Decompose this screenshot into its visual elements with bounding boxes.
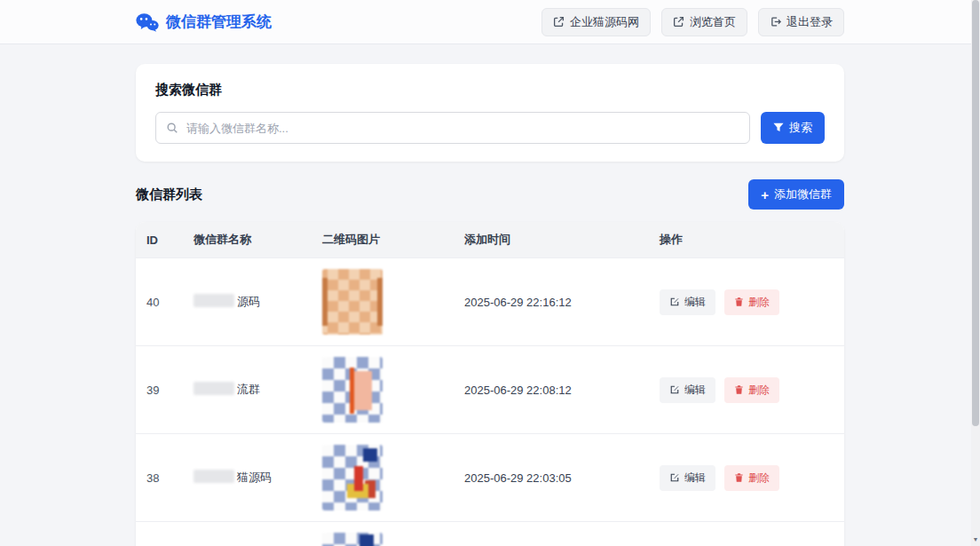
trash-icon [734,472,744,483]
added-time: 2025-06-29 22:03:05 [454,434,649,522]
delete-button[interactable]: 删除 [724,289,779,315]
group-table-card: ID 微信群名称 二维码图片 添加时间 操作 40 源码 2025-06-29 … [136,222,844,546]
search-input-wrap [155,112,750,144]
edit-button[interactable]: 编辑 [660,289,715,315]
group-name-cell: 源码 [183,258,312,346]
row-id: 37 [136,522,183,546]
column-header-name: 微信群名称 [183,222,312,258]
edit-button[interactable]: 编辑 [660,465,715,491]
logout-button[interactable]: 退出登录 [758,8,844,36]
group-name-cell: 猫源码 [183,434,312,522]
nav-link-home[interactable]: 浏览首页 [661,8,747,36]
column-header-actions: 操作 [649,222,844,258]
main-content: 搜索微信群 搜索 微信群列表 + [136,44,844,546]
redaction-blur [194,470,234,483]
list-title: 微信群列表 [136,186,202,203]
row-id: 39 [136,346,183,434]
table-row: 40 源码 2025-06-29 22:16:12 [136,258,844,346]
qr-code-image [322,269,383,335]
scrollbar-thumb[interactable] [972,0,979,426]
delete-label: 删除 [748,295,770,310]
logout-label: 退出登录 [786,14,833,30]
app-header: 微信群管理系统 企业猫源码网 浏览首页 [0,0,980,44]
trash-icon [734,384,744,395]
search-button[interactable]: 搜索 [761,112,825,144]
header-nav: 企业猫源码网 浏览首页 退出登录 [541,8,844,36]
column-header-qr: 二维码图片 [312,222,454,258]
table-header-row: ID 微信群名称 二维码图片 添加时间 操作 [136,222,844,258]
column-header-time: 添加时间 [454,222,649,258]
add-group-button[interactable]: + 添加微信群 [748,179,844,210]
table-row: 37 交流群 2025-06-29 22:02:40 [136,522,844,546]
app-title: 微信群管理系统 [166,12,272,32]
pencil-icon [669,472,680,483]
search-input[interactable] [155,112,750,144]
group-name: 源码 [237,295,260,308]
row-id: 38 [136,434,183,522]
add-group-label: 添加微信群 [774,186,832,202]
added-time: 2025-06-29 22:02:40 [454,522,649,546]
group-name-cell: 流群 [183,346,312,434]
pencil-icon [669,297,680,307]
scrollbar-track[interactable]: ▼ [971,0,980,546]
edit-label: 编辑 [684,471,706,486]
search-button-label: 搜索 [789,120,812,136]
delete-button[interactable]: 删除 [724,377,779,403]
edit-button[interactable]: 编辑 [660,377,715,403]
search-card: 搜索微信群 搜索 [136,64,844,162]
delete-label: 删除 [748,383,770,398]
search-section-title: 搜索微信群 [155,82,825,99]
filter-icon [773,122,784,135]
trash-icon [734,297,744,307]
qr-code-image [322,357,383,423]
table-row: 39 流群 2025-06-29 22:08:12 [136,346,844,434]
external-link-icon [673,16,684,28]
qr-code-image [322,533,383,546]
logout-icon [770,16,781,28]
table-row: 38 猫源码 2025-06-29 22:03:05 [136,434,844,522]
qr-code-image [322,445,383,510]
group-name: 流群 [237,383,260,396]
scrollbar-down-arrow[interactable]: ▼ [971,535,980,544]
external-link-icon [553,16,565,28]
pencil-icon [669,384,680,395]
column-header-id: ID [136,222,183,258]
delete-label: 删除 [748,471,770,486]
edit-label: 编辑 [684,383,706,398]
nav-link-label: 企业猫源码网 [570,14,639,30]
redaction-blur [194,382,234,395]
group-name: 猫源码 [237,471,272,484]
plus-icon: + [761,188,769,202]
row-id: 40 [136,258,183,346]
added-time: 2025-06-29 22:16:12 [454,258,649,346]
group-table: ID 微信群名称 二维码图片 添加时间 操作 40 源码 2025-06-29 … [136,222,844,546]
nav-link-source-site[interactable]: 企业猫源码网 [541,8,651,36]
edit-label: 编辑 [684,295,706,310]
group-name-cell: 交流群 [183,522,312,546]
nav-link-label: 浏览首页 [690,14,736,30]
brand: 微信群管理系统 [136,12,272,32]
wechat-logo-icon [136,12,159,32]
delete-button[interactable]: 删除 [724,465,779,491]
added-time: 2025-06-29 22:08:12 [454,346,649,434]
redaction-blur [194,294,234,307]
